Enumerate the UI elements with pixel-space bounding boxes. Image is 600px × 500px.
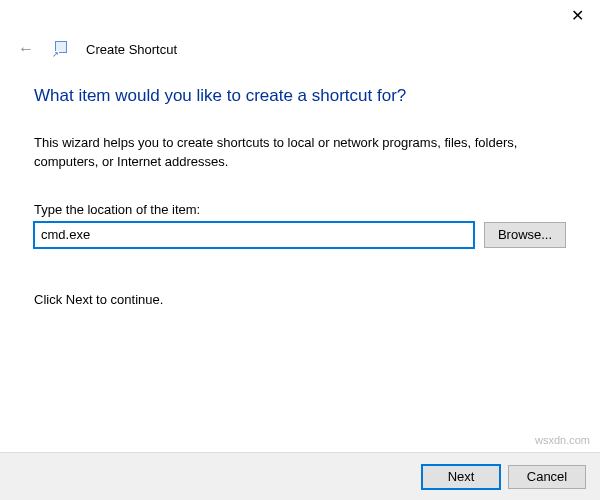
window-title: Create Shortcut (86, 42, 177, 57)
close-icon: ✕ (571, 6, 584, 25)
browse-button[interactable]: Browse... (484, 222, 566, 248)
location-input[interactable] (34, 222, 474, 248)
wizard-description: This wizard helps you to create shortcut… (34, 134, 566, 172)
watermark: wsxdn.com (535, 434, 590, 446)
cancel-button[interactable]: Cancel (508, 465, 586, 489)
continue-hint: Click Next to continue. (34, 292, 566, 307)
next-button[interactable]: Next (422, 465, 500, 489)
close-button[interactable]: ✕ (554, 0, 600, 30)
wizard-header: ← Create Shortcut (0, 30, 600, 64)
location-label: Type the location of the item: (34, 202, 566, 217)
shortcut-icon (52, 41, 68, 57)
back-arrow-icon: ← (18, 40, 34, 58)
location-row: Browse... (34, 222, 566, 248)
page-heading: What item would you like to create a sho… (34, 86, 566, 106)
titlebar: ✕ (0, 0, 600, 30)
wizard-footer: Next Cancel (0, 452, 600, 500)
wizard-content: What item would you like to create a sho… (0, 64, 600, 307)
